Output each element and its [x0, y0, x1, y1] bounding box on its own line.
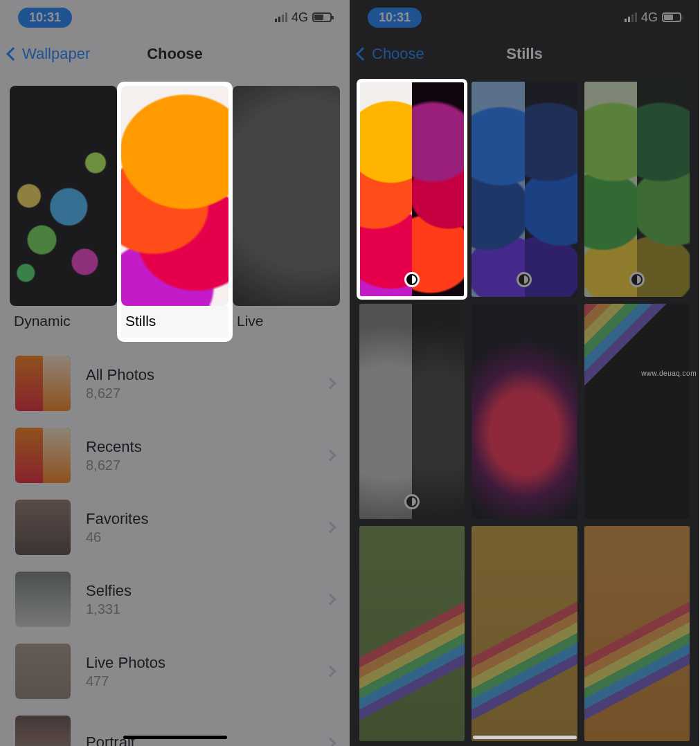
album-thumb — [15, 500, 71, 555]
nav-bar: Choose Stills — [350, 35, 699, 73]
chevron-right-icon — [325, 666, 336, 677]
category-dynamic-label: Dynamic — [10, 306, 117, 338]
category-live-thumb — [233, 86, 340, 306]
category-stills[interactable]: Stills — [117, 82, 233, 342]
category-stills-label: Stills — [121, 306, 228, 338]
stills-grid — [350, 73, 699, 746]
still-thumb-olive-stripe[interactable] — [359, 526, 465, 741]
still-thumb-rainbow-dark[interactable] — [584, 304, 690, 519]
album-count: 8,627 — [86, 457, 311, 473]
category-dynamic[interactable]: Dynamic — [10, 86, 117, 342]
page-title: Choose — [147, 45, 203, 63]
cellular-signal-icon — [625, 12, 637, 22]
album-row-all-photos[interactable]: All Photos 8,627 — [0, 347, 350, 419]
appearance-mode-icon — [629, 272, 645, 287]
status-bar: 10:31 4G — [350, 0, 699, 35]
chevron-right-icon — [325, 594, 336, 606]
status-icons: 4G — [275, 10, 332, 25]
home-indicator[interactable] — [473, 736, 577, 739]
cellular-label: 4G — [291, 10, 308, 25]
still-thumb-blue-split[interactable] — [472, 82, 577, 297]
chevron-right-icon — [325, 522, 336, 534]
album-title: Favorites — [86, 510, 311, 528]
still-thumb-bw-orb[interactable] — [359, 304, 465, 519]
chevron-left-icon — [6, 47, 20, 61]
wallpaper-categories: Dynamic Stills Live — [0, 73, 350, 342]
still-thumb-gold-stripe[interactable] — [472, 526, 577, 741]
album-row-live-photos[interactable]: Live Photos 477 — [0, 635, 350, 707]
cellular-label: 4G — [641, 10, 658, 25]
album-count: 46 — [86, 529, 311, 545]
album-thumb — [15, 356, 71, 411]
album-title: Live Photos — [86, 654, 311, 672]
back-button[interactable]: Choose — [358, 45, 424, 63]
album-row-favorites[interactable]: Favorites 46 — [0, 491, 350, 563]
status-icons: 4G — [625, 10, 681, 25]
appearance-mode-icon — [404, 494, 420, 509]
status-time-pill[interactable]: 10:31 — [18, 8, 72, 28]
battery-icon — [662, 12, 681, 22]
appearance-mode-icon — [517, 272, 532, 287]
still-thumb-orange-split[interactable] — [359, 82, 465, 297]
album-thumb — [15, 428, 71, 483]
album-row-selfies[interactable]: Selfies 1,331 — [0, 563, 350, 635]
still-thumb-red-bloom[interactable] — [472, 304, 577, 519]
album-count: 1,331 — [86, 601, 311, 617]
home-indicator[interactable] — [123, 736, 227, 739]
page-title: Stills — [506, 45, 543, 63]
album-count: 8,627 — [86, 385, 311, 401]
back-label: Wallpaper — [22, 45, 90, 63]
still-thumb-amber-stripe[interactable] — [584, 526, 690, 741]
album-title: Selfies — [86, 582, 311, 600]
album-title: All Photos — [86, 366, 311, 384]
chevron-left-icon — [356, 47, 370, 61]
album-row-portrait[interactable]: Portrait — [0, 707, 350, 746]
photo-albums-list: All Photos 8,627 Recents 8,627 Favorites… — [0, 347, 350, 746]
still-thumb-green-split[interactable] — [584, 82, 690, 297]
chevron-right-icon — [325, 378, 336, 390]
screenshot-right: 10:31 4G Choose Stills — [350, 0, 699, 746]
category-stills-thumb — [121, 86, 228, 306]
album-title: Recents — [86, 438, 311, 456]
appearance-mode-icon — [404, 272, 420, 287]
category-dynamic-thumb — [10, 86, 117, 306]
status-time-pill[interactable]: 10:31 — [368, 8, 422, 28]
album-thumb — [15, 644, 71, 699]
category-live[interactable]: Live — [233, 86, 340, 342]
nav-bar: Wallpaper Choose — [0, 35, 350, 73]
album-thumb — [15, 716, 71, 746]
back-button[interactable]: Wallpaper — [8, 45, 90, 63]
album-thumb — [15, 572, 71, 627]
category-live-label: Live — [233, 306, 340, 338]
watermark-text: www.deuaq.com — [641, 370, 697, 377]
chevron-right-icon — [325, 738, 336, 746]
chevron-right-icon — [325, 450, 336, 462]
status-bar: 10:31 4G — [0, 0, 350, 35]
back-label: Choose — [372, 45, 424, 63]
screenshot-left: 10:31 4G Wallpaper Choose Dynamic Stills… — [0, 0, 350, 746]
album-row-recents[interactable]: Recents 8,627 — [0, 419, 350, 491]
album-count: 477 — [86, 673, 311, 689]
battery-icon — [312, 12, 332, 22]
cellular-signal-icon — [275, 12, 287, 22]
